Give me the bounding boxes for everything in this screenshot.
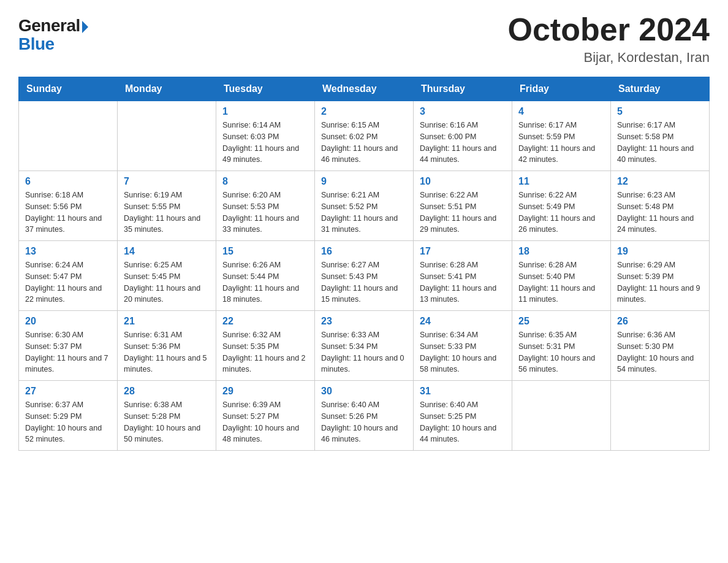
day-number: 19	[617, 246, 703, 257]
day-info: Sunrise: 6:26 AMSunset: 5:44 PMDaylight:…	[222, 259, 308, 305]
calendar-day-cell: 25Sunrise: 6:35 AMSunset: 5:31 PMDayligh…	[512, 311, 611, 381]
calendar-day-cell: 18Sunrise: 6:28 AMSunset: 5:40 PMDayligh…	[512, 241, 611, 311]
calendar-day-cell: 20Sunrise: 6:30 AMSunset: 5:37 PMDayligh…	[19, 311, 118, 381]
calendar-day-cell: 22Sunrise: 6:32 AMSunset: 5:35 PMDayligh…	[216, 311, 315, 381]
calendar-day-cell	[512, 381, 611, 451]
weekday-header-cell: Sunday	[19, 77, 118, 101]
logo-triangle-icon	[82, 21, 88, 33]
day-number: 9	[321, 176, 407, 187]
day-info: Sunrise: 6:25 AMSunset: 5:45 PMDaylight:…	[124, 259, 210, 305]
calendar-day-cell: 2Sunrise: 6:15 AMSunset: 6:02 PMDaylight…	[315, 101, 414, 171]
day-number: 21	[124, 316, 210, 327]
calendar-day-cell: 7Sunrise: 6:19 AMSunset: 5:55 PMDaylight…	[118, 171, 216, 241]
day-number: 20	[25, 316, 111, 327]
day-number: 1	[222, 106, 308, 117]
day-number: 16	[321, 246, 407, 257]
day-info: Sunrise: 6:18 AMSunset: 5:56 PMDaylight:…	[25, 190, 111, 236]
calendar-day-cell: 14Sunrise: 6:25 AMSunset: 5:45 PMDayligh…	[118, 241, 216, 311]
weekday-header-cell: Wednesday	[315, 77, 414, 101]
calendar-week-row: 1Sunrise: 6:14 AMSunset: 6:03 PMDaylight…	[19, 101, 710, 171]
day-info: Sunrise: 6:37 AMSunset: 5:29 PMDaylight:…	[25, 399, 111, 445]
calendar-day-cell: 1Sunrise: 6:14 AMSunset: 6:03 PMDaylight…	[216, 101, 315, 171]
day-number: 15	[222, 246, 308, 257]
day-info: Sunrise: 6:40 AMSunset: 5:26 PMDaylight:…	[321, 399, 407, 445]
calendar-body: 1Sunrise: 6:14 AMSunset: 6:03 PMDaylight…	[19, 101, 710, 451]
calendar-day-cell: 26Sunrise: 6:36 AMSunset: 5:30 PMDayligh…	[611, 311, 710, 381]
weekday-header-cell: Monday	[118, 77, 216, 101]
month-title: October 2024	[508, 12, 710, 47]
day-info: Sunrise: 6:28 AMSunset: 5:41 PMDaylight:…	[420, 259, 506, 305]
logo-area: General Blue	[18, 12, 88, 54]
day-info: Sunrise: 6:40 AMSunset: 5:25 PMDaylight:…	[420, 399, 506, 445]
day-info: Sunrise: 6:39 AMSunset: 5:27 PMDaylight:…	[222, 399, 308, 445]
day-info: Sunrise: 6:22 AMSunset: 5:51 PMDaylight:…	[420, 190, 506, 236]
day-number: 31	[420, 386, 506, 397]
day-number: 25	[518, 316, 604, 327]
day-info: Sunrise: 6:24 AMSunset: 5:47 PMDaylight:…	[25, 259, 111, 305]
day-number: 28	[124, 386, 210, 397]
calendar-day-cell: 5Sunrise: 6:17 AMSunset: 5:58 PMDaylight…	[611, 101, 710, 171]
day-info: Sunrise: 6:17 AMSunset: 5:58 PMDaylight:…	[617, 120, 703, 166]
calendar-day-cell: 24Sunrise: 6:34 AMSunset: 5:33 PMDayligh…	[414, 311, 512, 381]
day-info: Sunrise: 6:32 AMSunset: 5:35 PMDaylight:…	[222, 329, 308, 375]
day-info: Sunrise: 6:34 AMSunset: 5:33 PMDaylight:…	[420, 329, 506, 375]
day-number: 2	[321, 106, 407, 117]
day-info: Sunrise: 6:30 AMSunset: 5:37 PMDaylight:…	[25, 329, 111, 375]
calendar-day-cell: 28Sunrise: 6:38 AMSunset: 5:28 PMDayligh…	[118, 381, 216, 451]
calendar-day-cell	[611, 381, 710, 451]
calendar-day-cell	[19, 101, 118, 171]
calendar-week-row: 13Sunrise: 6:24 AMSunset: 5:47 PMDayligh…	[19, 241, 710, 311]
day-number: 13	[25, 246, 111, 257]
calendar-day-cell: 31Sunrise: 6:40 AMSunset: 5:25 PMDayligh…	[414, 381, 512, 451]
day-info: Sunrise: 6:36 AMSunset: 5:30 PMDaylight:…	[617, 329, 703, 375]
day-info: Sunrise: 6:19 AMSunset: 5:55 PMDaylight:…	[124, 190, 210, 236]
day-info: Sunrise: 6:27 AMSunset: 5:43 PMDaylight:…	[321, 259, 407, 305]
day-info: Sunrise: 6:35 AMSunset: 5:31 PMDaylight:…	[518, 329, 604, 375]
day-number: 5	[617, 106, 703, 117]
day-info: Sunrise: 6:22 AMSunset: 5:49 PMDaylight:…	[518, 190, 604, 236]
day-number: 8	[222, 176, 308, 187]
calendar-day-cell: 12Sunrise: 6:23 AMSunset: 5:48 PMDayligh…	[611, 171, 710, 241]
day-number: 27	[25, 386, 111, 397]
day-info: Sunrise: 6:17 AMSunset: 5:59 PMDaylight:…	[518, 120, 604, 166]
day-number: 26	[617, 316, 703, 327]
calendar-day-cell: 16Sunrise: 6:27 AMSunset: 5:43 PMDayligh…	[315, 241, 414, 311]
calendar-week-row: 27Sunrise: 6:37 AMSunset: 5:29 PMDayligh…	[19, 381, 710, 451]
calendar-day-cell: 15Sunrise: 6:26 AMSunset: 5:44 PMDayligh…	[216, 241, 315, 311]
calendar-day-cell: 3Sunrise: 6:16 AMSunset: 6:00 PMDaylight…	[414, 101, 512, 171]
day-number: 6	[25, 176, 111, 187]
title-area: October 2024 Bijar, Kordestan, Iran	[508, 12, 710, 66]
day-info: Sunrise: 6:14 AMSunset: 6:03 PMDaylight:…	[222, 120, 308, 166]
weekday-header-row: SundayMondayTuesdayWednesdayThursdayFrid…	[19, 77, 710, 101]
header: General Blue October 2024 Bijar, Kordest…	[18, 12, 710, 66]
calendar-day-cell: 19Sunrise: 6:29 AMSunset: 5:39 PMDayligh…	[611, 241, 710, 311]
day-number: 17	[420, 246, 506, 257]
day-number: 24	[420, 316, 506, 327]
logo-general-text: General	[18, 17, 80, 34]
location-title: Bijar, Kordestan, Iran	[508, 50, 710, 66]
calendar-day-cell: 29Sunrise: 6:39 AMSunset: 5:27 PMDayligh…	[216, 381, 315, 451]
calendar-week-row: 6Sunrise: 6:18 AMSunset: 5:56 PMDaylight…	[19, 171, 710, 241]
calendar-day-cell: 30Sunrise: 6:40 AMSunset: 5:26 PMDayligh…	[315, 381, 414, 451]
day-info: Sunrise: 6:38 AMSunset: 5:28 PMDaylight:…	[124, 399, 210, 445]
calendar-day-cell: 13Sunrise: 6:24 AMSunset: 5:47 PMDayligh…	[19, 241, 118, 311]
day-info: Sunrise: 6:20 AMSunset: 5:53 PMDaylight:…	[222, 190, 308, 236]
calendar-day-cell: 27Sunrise: 6:37 AMSunset: 5:29 PMDayligh…	[19, 381, 118, 451]
day-number: 30	[321, 386, 407, 397]
weekday-header-cell: Tuesday	[216, 77, 315, 101]
day-number: 12	[617, 176, 703, 187]
calendar-day-cell: 4Sunrise: 6:17 AMSunset: 5:59 PMDaylight…	[512, 101, 611, 171]
calendar-week-row: 20Sunrise: 6:30 AMSunset: 5:37 PMDayligh…	[19, 311, 710, 381]
day-info: Sunrise: 6:15 AMSunset: 6:02 PMDaylight:…	[321, 120, 407, 166]
weekday-header-cell: Thursday	[414, 77, 512, 101]
calendar-day-cell	[118, 101, 216, 171]
day-info: Sunrise: 6:16 AMSunset: 6:00 PMDaylight:…	[420, 120, 506, 166]
logo-blue-text: Blue	[18, 34, 55, 54]
calendar-day-cell: 10Sunrise: 6:22 AMSunset: 5:51 PMDayligh…	[414, 171, 512, 241]
day-number: 7	[124, 176, 210, 187]
calendar-day-cell: 9Sunrise: 6:21 AMSunset: 5:52 PMDaylight…	[315, 171, 414, 241]
calendar-day-cell: 21Sunrise: 6:31 AMSunset: 5:36 PMDayligh…	[118, 311, 216, 381]
calendar-day-cell: 11Sunrise: 6:22 AMSunset: 5:49 PMDayligh…	[512, 171, 611, 241]
day-number: 14	[124, 246, 210, 257]
day-number: 29	[222, 386, 308, 397]
